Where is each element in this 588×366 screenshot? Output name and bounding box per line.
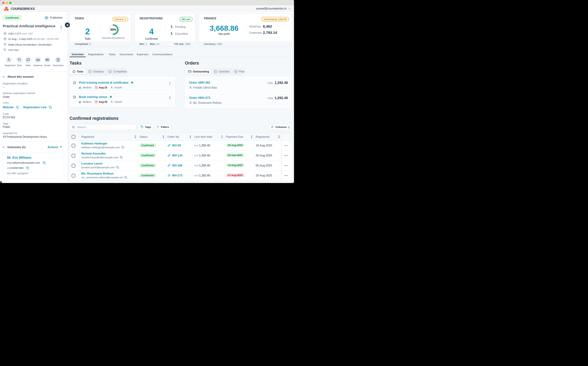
svg-text:50%: 50% bbox=[110, 28, 116, 31]
